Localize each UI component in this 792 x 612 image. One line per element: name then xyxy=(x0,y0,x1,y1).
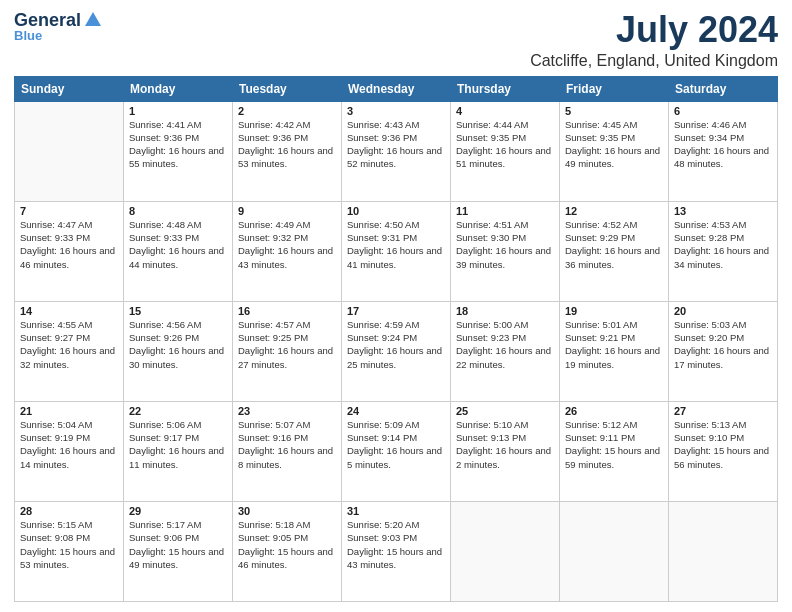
table-row: 19 Sunrise: 5:01 AM Sunset: 9:21 PM Dayl… xyxy=(560,301,669,401)
day-info: Sunrise: 5:00 AM Sunset: 9:23 PM Dayligh… xyxy=(456,318,554,371)
day-number: 20 xyxy=(674,305,772,317)
sunrise-text: Sunrise: 5:09 AM xyxy=(347,419,419,430)
day-number: 19 xyxy=(565,305,663,317)
table-row: 28 Sunrise: 5:15 AM Sunset: 9:08 PM Dayl… xyxy=(15,501,124,601)
daylight-text: Daylight: 16 hours and 41 minutes. xyxy=(347,245,442,269)
logo-general: General xyxy=(14,11,81,29)
sunrise-text: Sunrise: 4:42 AM xyxy=(238,119,310,130)
daylight-text: Daylight: 16 hours and 46 minutes. xyxy=(20,245,115,269)
table-row: 15 Sunrise: 4:56 AM Sunset: 9:26 PM Dayl… xyxy=(124,301,233,401)
day-number: 29 xyxy=(129,505,227,517)
day-number: 8 xyxy=(129,205,227,217)
sunrise-text: Sunrise: 5:13 AM xyxy=(674,419,746,430)
table-row: 17 Sunrise: 4:59 AM Sunset: 9:24 PM Dayl… xyxy=(342,301,451,401)
logo-blue: Blue xyxy=(14,28,42,43)
daylight-text: Daylight: 16 hours and 34 minutes. xyxy=(674,245,769,269)
sunset-text: Sunset: 9:06 PM xyxy=(129,532,199,543)
col-tuesday: Tuesday xyxy=(233,76,342,101)
table-row: 13 Sunrise: 4:53 AM Sunset: 9:28 PM Dayl… xyxy=(669,201,778,301)
calendar-week-row: 7 Sunrise: 4:47 AM Sunset: 9:33 PM Dayli… xyxy=(15,201,778,301)
sunrise-text: Sunrise: 5:15 AM xyxy=(20,519,92,530)
daylight-text: Daylight: 16 hours and 5 minutes. xyxy=(347,445,442,469)
sunrise-text: Sunrise: 4:52 AM xyxy=(565,219,637,230)
sunrise-text: Sunrise: 5:03 AM xyxy=(674,319,746,330)
table-row: 21 Sunrise: 5:04 AM Sunset: 9:19 PM Dayl… xyxy=(15,401,124,501)
table-row: 29 Sunrise: 5:17 AM Sunset: 9:06 PM Dayl… xyxy=(124,501,233,601)
sunrise-text: Sunrise: 4:47 AM xyxy=(20,219,92,230)
sunrise-text: Sunrise: 4:59 AM xyxy=(347,319,419,330)
daylight-text: Daylight: 16 hours and 27 minutes. xyxy=(238,345,333,369)
daylight-text: Daylight: 16 hours and 43 minutes. xyxy=(238,245,333,269)
day-info: Sunrise: 5:18 AM Sunset: 9:05 PM Dayligh… xyxy=(238,518,336,571)
sunset-text: Sunset: 9:36 PM xyxy=(129,132,199,143)
sunset-text: Sunset: 9:26 PM xyxy=(129,332,199,343)
col-friday: Friday xyxy=(560,76,669,101)
day-info: Sunrise: 4:44 AM Sunset: 9:35 PM Dayligh… xyxy=(456,118,554,171)
sunset-text: Sunset: 9:05 PM xyxy=(238,532,308,543)
header: General Blue July 2024 Catcliffe, Englan… xyxy=(14,10,778,70)
col-thursday: Thursday xyxy=(451,76,560,101)
day-number: 12 xyxy=(565,205,663,217)
day-info: Sunrise: 5:13 AM Sunset: 9:10 PM Dayligh… xyxy=(674,418,772,471)
day-number: 23 xyxy=(238,405,336,417)
subtitle: Catcliffe, England, United Kingdom xyxy=(530,52,778,70)
table-row: 9 Sunrise: 4:49 AM Sunset: 9:32 PM Dayli… xyxy=(233,201,342,301)
table-row: 3 Sunrise: 4:43 AM Sunset: 9:36 PM Dayli… xyxy=(342,101,451,201)
day-info: Sunrise: 4:42 AM Sunset: 9:36 PM Dayligh… xyxy=(238,118,336,171)
calendar-table: Sunday Monday Tuesday Wednesday Thursday… xyxy=(14,76,778,602)
sunrise-text: Sunrise: 4:49 AM xyxy=(238,219,310,230)
sunset-text: Sunset: 9:27 PM xyxy=(20,332,90,343)
daylight-text: Daylight: 16 hours and 52 minutes. xyxy=(347,145,442,169)
day-number: 27 xyxy=(674,405,772,417)
day-number: 17 xyxy=(347,305,445,317)
day-number: 6 xyxy=(674,105,772,117)
page: General Blue July 2024 Catcliffe, Englan… xyxy=(0,0,792,612)
day-info: Sunrise: 4:47 AM Sunset: 9:33 PM Dayligh… xyxy=(20,218,118,271)
sunrise-text: Sunrise: 4:53 AM xyxy=(674,219,746,230)
sunrise-text: Sunrise: 4:43 AM xyxy=(347,119,419,130)
day-number: 18 xyxy=(456,305,554,317)
table-row: 24 Sunrise: 5:09 AM Sunset: 9:14 PM Dayl… xyxy=(342,401,451,501)
day-number: 21 xyxy=(20,405,118,417)
table-row: 1 Sunrise: 4:41 AM Sunset: 9:36 PM Dayli… xyxy=(124,101,233,201)
table-row xyxy=(15,101,124,201)
day-info: Sunrise: 4:46 AM Sunset: 9:34 PM Dayligh… xyxy=(674,118,772,171)
sunset-text: Sunset: 9:25 PM xyxy=(238,332,308,343)
table-row xyxy=(560,501,669,601)
sunrise-text: Sunrise: 5:10 AM xyxy=(456,419,528,430)
daylight-text: Daylight: 15 hours and 49 minutes. xyxy=(129,546,224,570)
sunset-text: Sunset: 9:34 PM xyxy=(674,132,744,143)
table-row: 16 Sunrise: 4:57 AM Sunset: 9:25 PM Dayl… xyxy=(233,301,342,401)
sunset-text: Sunset: 9:03 PM xyxy=(347,532,417,543)
daylight-text: Daylight: 16 hours and 8 minutes. xyxy=(238,445,333,469)
sunset-text: Sunset: 9:36 PM xyxy=(347,132,417,143)
day-info: Sunrise: 4:52 AM Sunset: 9:29 PM Dayligh… xyxy=(565,218,663,271)
daylight-text: Daylight: 15 hours and 46 minutes. xyxy=(238,546,333,570)
day-number: 4 xyxy=(456,105,554,117)
daylight-text: Daylight: 16 hours and 39 minutes. xyxy=(456,245,551,269)
day-number: 5 xyxy=(565,105,663,117)
day-info: Sunrise: 4:51 AM Sunset: 9:30 PM Dayligh… xyxy=(456,218,554,271)
sunset-text: Sunset: 9:23 PM xyxy=(456,332,526,343)
sunset-text: Sunset: 9:35 PM xyxy=(456,132,526,143)
day-number: 31 xyxy=(347,505,445,517)
daylight-text: Daylight: 16 hours and 36 minutes. xyxy=(565,245,660,269)
day-info: Sunrise: 4:55 AM Sunset: 9:27 PM Dayligh… xyxy=(20,318,118,371)
sunset-text: Sunset: 9:10 PM xyxy=(674,432,744,443)
table-row: 5 Sunrise: 4:45 AM Sunset: 9:35 PM Dayli… xyxy=(560,101,669,201)
daylight-text: Daylight: 16 hours and 44 minutes. xyxy=(129,245,224,269)
day-info: Sunrise: 5:15 AM Sunset: 9:08 PM Dayligh… xyxy=(20,518,118,571)
sunrise-text: Sunrise: 5:20 AM xyxy=(347,519,419,530)
day-number: 3 xyxy=(347,105,445,117)
sunset-text: Sunset: 9:20 PM xyxy=(674,332,744,343)
table-row xyxy=(669,501,778,601)
sunrise-text: Sunrise: 5:00 AM xyxy=(456,319,528,330)
table-row: 30 Sunrise: 5:18 AM Sunset: 9:05 PM Dayl… xyxy=(233,501,342,601)
table-row: 7 Sunrise: 4:47 AM Sunset: 9:33 PM Dayli… xyxy=(15,201,124,301)
day-number: 25 xyxy=(456,405,554,417)
table-row: 2 Sunrise: 4:42 AM Sunset: 9:36 PM Dayli… xyxy=(233,101,342,201)
day-info: Sunrise: 4:53 AM Sunset: 9:28 PM Dayligh… xyxy=(674,218,772,271)
day-number: 10 xyxy=(347,205,445,217)
day-info: Sunrise: 5:17 AM Sunset: 9:06 PM Dayligh… xyxy=(129,518,227,571)
day-info: Sunrise: 5:10 AM Sunset: 9:13 PM Dayligh… xyxy=(456,418,554,471)
